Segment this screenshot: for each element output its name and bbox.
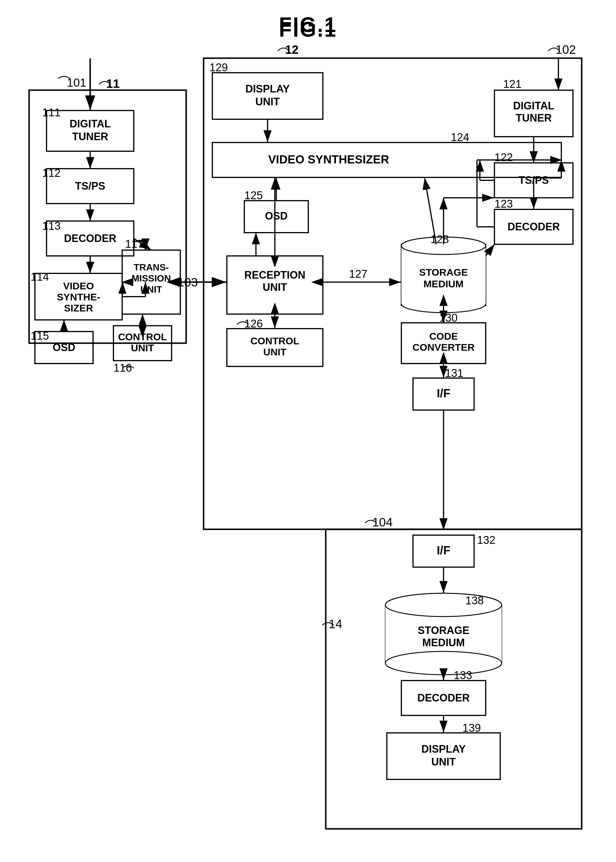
svg-text:139: 139 [462, 722, 481, 734]
svg-text:UNIT: UNIT [263, 346, 286, 357]
svg-text:121: 121 [503, 78, 522, 90]
svg-text:131: 131 [445, 367, 463, 379]
svg-text:126: 126 [244, 317, 262, 330]
svg-text:127: 127 [349, 268, 367, 280]
svg-text:UNIT: UNIT [262, 281, 287, 293]
svg-text:VIDEO: VIDEO [63, 280, 94, 291]
svg-text:VIDEO SYNTHESIZER: VIDEO SYNTHESIZER [268, 153, 389, 166]
svg-text:CONTROL: CONTROL [118, 331, 167, 342]
svg-text:128: 128 [431, 233, 449, 245]
svg-text:113: 113 [42, 220, 60, 232]
svg-text:TRANS-: TRANS- [134, 262, 169, 273]
svg-text:TUNER: TUNER [515, 112, 552, 124]
svg-text:14: 14 [328, 617, 342, 631]
svg-text:12: 12 [285, 43, 299, 57]
svg-text:DISPLAY: DISPLAY [245, 83, 290, 95]
diagram-container: FIG.1 FIG.1 11 101 111 DIGITAL TUNER [0, 0, 616, 862]
svg-text:133: 133 [454, 669, 472, 681]
svg-text:138: 138 [465, 594, 484, 607]
svg-text:UNIT: UNIT [131, 342, 154, 353]
svg-text:124: 124 [451, 131, 469, 143]
svg-text:123: 123 [494, 198, 513, 210]
svg-text:SYNTHE-: SYNTHE- [57, 291, 100, 303]
svg-text:111: 111 [42, 107, 60, 119]
svg-text:CONVERTER: CONVERTER [412, 342, 475, 353]
svg-text:130: 130 [439, 312, 457, 324]
svg-text:MISSION: MISSION [132, 273, 171, 284]
svg-text:FIG.1: FIG.1 [279, 13, 337, 36]
svg-text:DISPLAY: DISPLAY [421, 743, 466, 755]
svg-text:MEDIUM: MEDIUM [422, 637, 465, 648]
svg-line-36 [122, 282, 123, 297]
svg-text:SIZER: SIZER [64, 303, 93, 314]
svg-text:CODE: CODE [429, 331, 458, 342]
svg-text:DECODER: DECODER [64, 232, 116, 244]
svg-text:RECEPTION: RECEPTION [244, 269, 305, 281]
svg-text:UNIT: UNIT [255, 96, 280, 108]
svg-text:STORAGE: STORAGE [419, 267, 468, 278]
svg-text:115: 115 [31, 330, 49, 342]
svg-text:DIGITAL: DIGITAL [513, 100, 554, 111]
svg-text:132: 132 [477, 534, 495, 546]
svg-text:TUNER: TUNER [72, 130, 108, 143]
svg-rect-43 [204, 58, 582, 529]
svg-text:112: 112 [42, 167, 60, 179]
svg-text:I/F: I/F [437, 387, 451, 400]
svg-text:11: 11 [106, 77, 120, 90]
svg-text:OSD: OSD [265, 210, 288, 222]
svg-text:UNIT: UNIT [140, 284, 162, 295]
svg-point-127 [385, 652, 502, 675]
svg-text:DECODER: DECODER [508, 221, 560, 232]
svg-text:114: 114 [31, 271, 49, 283]
svg-text:TS/PS: TS/PS [75, 180, 105, 192]
svg-text:DECODER: DECODER [417, 692, 470, 704]
svg-text:122: 122 [494, 151, 513, 163]
svg-line-100 [486, 244, 494, 256]
svg-text:129: 129 [209, 61, 228, 74]
svg-text:I/F: I/F [437, 544, 451, 557]
svg-text:CONTROL: CONTROL [250, 335, 299, 346]
svg-text:OSD: OSD [53, 341, 75, 353]
svg-text:117: 117 [125, 238, 143, 250]
svg-text:125: 125 [244, 189, 262, 201]
svg-text:MEDIUM: MEDIUM [423, 278, 464, 289]
svg-point-128 [385, 593, 502, 617]
svg-text:UNIT: UNIT [431, 756, 456, 768]
svg-text:STORAGE: STORAGE [418, 624, 469, 636]
svg-text:DIGITAL: DIGITAL [69, 118, 110, 130]
